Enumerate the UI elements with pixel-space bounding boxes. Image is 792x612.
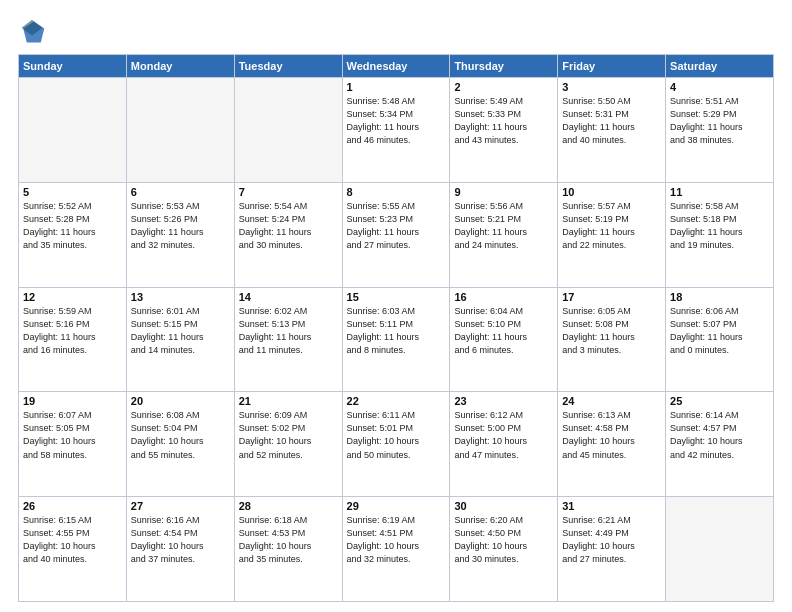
day-number: 25 — [670, 395, 769, 407]
day-number: 6 — [131, 186, 230, 198]
calendar-table: SundayMondayTuesdayWednesdayThursdayFrid… — [18, 54, 774, 602]
day-cell: 21Sunrise: 6:09 AM Sunset: 5:02 PM Dayli… — [234, 392, 342, 497]
day-number: 10 — [562, 186, 661, 198]
week-row-3: 12Sunrise: 5:59 AM Sunset: 5:16 PM Dayli… — [19, 287, 774, 392]
day-cell: 30Sunrise: 6:20 AM Sunset: 4:50 PM Dayli… — [450, 497, 558, 602]
day-info: Sunrise: 6:19 AM Sunset: 4:51 PM Dayligh… — [347, 514, 446, 566]
day-info: Sunrise: 6:08 AM Sunset: 5:04 PM Dayligh… — [131, 409, 230, 461]
week-row-4: 19Sunrise: 6:07 AM Sunset: 5:05 PM Dayli… — [19, 392, 774, 497]
day-cell: 7Sunrise: 5:54 AM Sunset: 5:24 PM Daylig… — [234, 182, 342, 287]
day-number: 3 — [562, 81, 661, 93]
day-info: Sunrise: 6:15 AM Sunset: 4:55 PM Dayligh… — [23, 514, 122, 566]
day-number: 30 — [454, 500, 553, 512]
day-number: 31 — [562, 500, 661, 512]
day-cell: 17Sunrise: 6:05 AM Sunset: 5:08 PM Dayli… — [558, 287, 666, 392]
day-cell: 6Sunrise: 5:53 AM Sunset: 5:26 PM Daylig… — [126, 182, 234, 287]
day-cell: 12Sunrise: 5:59 AM Sunset: 5:16 PM Dayli… — [19, 287, 127, 392]
day-cell: 29Sunrise: 6:19 AM Sunset: 4:51 PM Dayli… — [342, 497, 450, 602]
day-number: 15 — [347, 291, 446, 303]
day-cell: 1Sunrise: 5:48 AM Sunset: 5:34 PM Daylig… — [342, 78, 450, 183]
day-info: Sunrise: 5:58 AM Sunset: 5:18 PM Dayligh… — [670, 200, 769, 252]
weekday-header-row: SundayMondayTuesdayWednesdayThursdayFrid… — [19, 55, 774, 78]
day-cell: 16Sunrise: 6:04 AM Sunset: 5:10 PM Dayli… — [450, 287, 558, 392]
day-number: 26 — [23, 500, 122, 512]
day-cell: 22Sunrise: 6:11 AM Sunset: 5:01 PM Dayli… — [342, 392, 450, 497]
day-cell: 3Sunrise: 5:50 AM Sunset: 5:31 PM Daylig… — [558, 78, 666, 183]
day-cell: 4Sunrise: 5:51 AM Sunset: 5:29 PM Daylig… — [666, 78, 774, 183]
day-info: Sunrise: 6:03 AM Sunset: 5:11 PM Dayligh… — [347, 305, 446, 357]
day-number: 23 — [454, 395, 553, 407]
day-number: 29 — [347, 500, 446, 512]
day-info: Sunrise: 6:21 AM Sunset: 4:49 PM Dayligh… — [562, 514, 661, 566]
day-number: 22 — [347, 395, 446, 407]
day-number: 5 — [23, 186, 122, 198]
weekday-saturday: Saturday — [666, 55, 774, 78]
day-cell: 14Sunrise: 6:02 AM Sunset: 5:13 PM Dayli… — [234, 287, 342, 392]
day-number: 12 — [23, 291, 122, 303]
weekday-friday: Friday — [558, 55, 666, 78]
day-info: Sunrise: 5:54 AM Sunset: 5:24 PM Dayligh… — [239, 200, 338, 252]
day-cell: 18Sunrise: 6:06 AM Sunset: 5:07 PM Dayli… — [666, 287, 774, 392]
weekday-wednesday: Wednesday — [342, 55, 450, 78]
day-info: Sunrise: 6:01 AM Sunset: 5:15 PM Dayligh… — [131, 305, 230, 357]
day-number: 1 — [347, 81, 446, 93]
day-info: Sunrise: 5:56 AM Sunset: 5:21 PM Dayligh… — [454, 200, 553, 252]
day-number: 20 — [131, 395, 230, 407]
day-info: Sunrise: 6:16 AM Sunset: 4:54 PM Dayligh… — [131, 514, 230, 566]
day-number: 27 — [131, 500, 230, 512]
day-cell: 5Sunrise: 5:52 AM Sunset: 5:28 PM Daylig… — [19, 182, 127, 287]
day-number: 9 — [454, 186, 553, 198]
day-number: 13 — [131, 291, 230, 303]
day-info: Sunrise: 5:53 AM Sunset: 5:26 PM Dayligh… — [131, 200, 230, 252]
day-number: 16 — [454, 291, 553, 303]
day-info: Sunrise: 5:59 AM Sunset: 5:16 PM Dayligh… — [23, 305, 122, 357]
day-cell — [666, 497, 774, 602]
day-info: Sunrise: 5:57 AM Sunset: 5:19 PM Dayligh… — [562, 200, 661, 252]
weekday-thursday: Thursday — [450, 55, 558, 78]
day-number: 19 — [23, 395, 122, 407]
weekday-sunday: Sunday — [19, 55, 127, 78]
day-number: 21 — [239, 395, 338, 407]
week-row-5: 26Sunrise: 6:15 AM Sunset: 4:55 PM Dayli… — [19, 497, 774, 602]
week-row-1: 1Sunrise: 5:48 AM Sunset: 5:34 PM Daylig… — [19, 78, 774, 183]
day-cell: 8Sunrise: 5:55 AM Sunset: 5:23 PM Daylig… — [342, 182, 450, 287]
day-info: Sunrise: 6:18 AM Sunset: 4:53 PM Dayligh… — [239, 514, 338, 566]
weekday-tuesday: Tuesday — [234, 55, 342, 78]
day-cell: 26Sunrise: 6:15 AM Sunset: 4:55 PM Dayli… — [19, 497, 127, 602]
day-info: Sunrise: 6:14 AM Sunset: 4:57 PM Dayligh… — [670, 409, 769, 461]
day-cell: 25Sunrise: 6:14 AM Sunset: 4:57 PM Dayli… — [666, 392, 774, 497]
day-number: 4 — [670, 81, 769, 93]
day-number: 17 — [562, 291, 661, 303]
day-cell: 15Sunrise: 6:03 AM Sunset: 5:11 PM Dayli… — [342, 287, 450, 392]
day-number: 8 — [347, 186, 446, 198]
day-info: Sunrise: 5:55 AM Sunset: 5:23 PM Dayligh… — [347, 200, 446, 252]
day-cell: 19Sunrise: 6:07 AM Sunset: 5:05 PM Dayli… — [19, 392, 127, 497]
day-cell: 20Sunrise: 6:08 AM Sunset: 5:04 PM Dayli… — [126, 392, 234, 497]
day-info: Sunrise: 5:49 AM Sunset: 5:33 PM Dayligh… — [454, 95, 553, 147]
day-number: 2 — [454, 81, 553, 93]
day-info: Sunrise: 5:51 AM Sunset: 5:29 PM Dayligh… — [670, 95, 769, 147]
day-cell: 9Sunrise: 5:56 AM Sunset: 5:21 PM Daylig… — [450, 182, 558, 287]
day-cell: 31Sunrise: 6:21 AM Sunset: 4:49 PM Dayli… — [558, 497, 666, 602]
day-cell: 10Sunrise: 5:57 AM Sunset: 5:19 PM Dayli… — [558, 182, 666, 287]
day-cell: 28Sunrise: 6:18 AM Sunset: 4:53 PM Dayli… — [234, 497, 342, 602]
header — [18, 18, 774, 46]
day-cell: 13Sunrise: 6:01 AM Sunset: 5:15 PM Dayli… — [126, 287, 234, 392]
day-info: Sunrise: 6:07 AM Sunset: 5:05 PM Dayligh… — [23, 409, 122, 461]
day-info: Sunrise: 6:05 AM Sunset: 5:08 PM Dayligh… — [562, 305, 661, 357]
day-number: 7 — [239, 186, 338, 198]
day-info: Sunrise: 6:02 AM Sunset: 5:13 PM Dayligh… — [239, 305, 338, 357]
day-info: Sunrise: 6:06 AM Sunset: 5:07 PM Dayligh… — [670, 305, 769, 357]
day-number: 18 — [670, 291, 769, 303]
day-number: 28 — [239, 500, 338, 512]
weekday-monday: Monday — [126, 55, 234, 78]
day-cell: 11Sunrise: 5:58 AM Sunset: 5:18 PM Dayli… — [666, 182, 774, 287]
day-number: 24 — [562, 395, 661, 407]
day-info: Sunrise: 6:20 AM Sunset: 4:50 PM Dayligh… — [454, 514, 553, 566]
day-cell: 27Sunrise: 6:16 AM Sunset: 4:54 PM Dayli… — [126, 497, 234, 602]
day-cell: 23Sunrise: 6:12 AM Sunset: 5:00 PM Dayli… — [450, 392, 558, 497]
day-info: Sunrise: 5:48 AM Sunset: 5:34 PM Dayligh… — [347, 95, 446, 147]
week-row-2: 5Sunrise: 5:52 AM Sunset: 5:28 PM Daylig… — [19, 182, 774, 287]
day-info: Sunrise: 5:52 AM Sunset: 5:28 PM Dayligh… — [23, 200, 122, 252]
day-number: 11 — [670, 186, 769, 198]
